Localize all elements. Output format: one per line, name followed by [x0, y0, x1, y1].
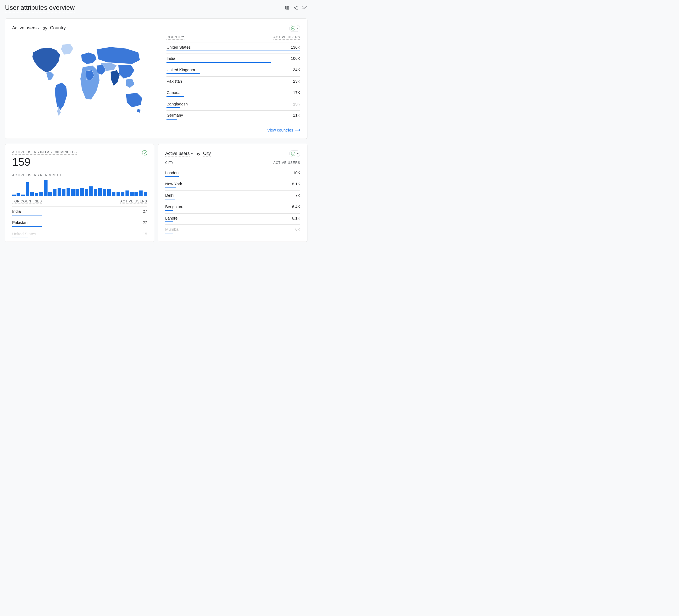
bar: [30, 192, 34, 196]
svg-rect-1: [287, 6, 287, 9]
bar: [144, 192, 147, 196]
table-row[interactable]: United States15: [12, 229, 147, 241]
city-col-header: CITY: [165, 161, 173, 165]
table-row[interactable]: India27: [12, 206, 147, 218]
table-row[interactable]: Delhi7K: [165, 190, 300, 202]
view-countries-link[interactable]: View countries: [12, 128, 300, 132]
table-row[interactable]: Bangladesh13K: [166, 99, 300, 110]
bar: [85, 189, 88, 196]
realtime-col-header: TOP COUNTRIES: [12, 199, 42, 204]
table-row[interactable]: United Kingdom34K: [166, 65, 300, 76]
table-row[interactable]: Pakistan23K: [166, 76, 300, 88]
bar: [53, 189, 57, 196]
bar: [80, 188, 84, 196]
row-value: 7K: [295, 193, 300, 197]
row-value: 136K: [291, 45, 300, 50]
status-pill[interactable]: [289, 25, 300, 32]
chevron-down-icon: [191, 153, 193, 154]
row-name: Bangladesh: [166, 102, 188, 106]
row-name: Bengaluru: [165, 205, 183, 209]
bar: [126, 190, 129, 196]
bar: [139, 190, 142, 196]
row-value: 27: [142, 220, 147, 225]
row-value: 106K: [291, 56, 300, 61]
row-value: 23K: [293, 79, 300, 84]
table-row[interactable]: Pakistan27: [12, 218, 147, 229]
row-name: Pakistan: [12, 220, 27, 225]
row-name: Germany: [166, 113, 183, 117]
row-name: Delhi: [165, 193, 174, 197]
city-metric-header: ACTIVE USERS: [273, 161, 300, 165]
check-circle-icon: [142, 150, 147, 155]
row-name: Canada: [166, 91, 181, 95]
row-value: 27: [142, 209, 147, 214]
check-circle-icon: [291, 26, 295, 30]
compare-icon[interactable]: [284, 5, 289, 11]
bar: [121, 192, 124, 196]
bar: [48, 192, 52, 196]
row-value: 8.1K: [292, 182, 300, 186]
realtime-card: ACTIVE USERS IN LAST 30 MINUTES 159 ACTI…: [5, 144, 154, 242]
row-value: 15: [142, 232, 147, 236]
chevron-down-icon: [297, 28, 298, 29]
table-row[interactable]: United States136K: [166, 42, 300, 54]
table-row[interactable]: Canada17K: [166, 88, 300, 99]
country-col-header: COUNTRY: [166, 35, 184, 40]
bar: [98, 188, 102, 196]
row-name: Mumbai: [165, 227, 179, 232]
svg-line-7: [295, 8, 297, 9]
bar: [130, 192, 134, 196]
country-dimension-label: Country: [50, 25, 66, 30]
row-value: 34K: [293, 68, 300, 72]
table-row[interactable]: Germany11K: [166, 110, 300, 122]
table-row[interactable]: Mumbai6K: [165, 224, 300, 236]
realtime-metric-header: ACTIVE USERS: [120, 199, 147, 204]
row-value: 17K: [293, 91, 300, 95]
table-row[interactable]: Lahore6.1K: [165, 213, 300, 225]
bar: [12, 194, 16, 196]
table-row[interactable]: London10K: [165, 168, 300, 179]
realtime-permin-label: ACTIVE USERS PER MINUTE: [12, 173, 63, 178]
share-icon[interactable]: [293, 5, 298, 11]
view-countries-label: View countries: [267, 128, 293, 132]
bar: [21, 194, 25, 196]
city-dimension-label: City: [203, 151, 211, 156]
row-name: Lahore: [165, 216, 177, 220]
country-card-title[interactable]: Active users by Country: [12, 25, 66, 31]
city-metric-label: Active users: [165, 151, 190, 156]
bar: [17, 193, 20, 196]
svg-line-6: [295, 6, 297, 7]
chevron-down-icon: [297, 153, 298, 154]
city-card: Active users by City CITY ACTIVE USERS L…: [158, 144, 308, 242]
country-table: COUNTRY ACTIVE USERS United States136KIn…: [166, 35, 300, 122]
city-card-title[interactable]: Active users by City: [165, 151, 211, 157]
country-metric-label: Active users: [12, 25, 37, 30]
chevron-down-icon: [37, 28, 40, 29]
insights-icon[interactable]: [302, 5, 307, 11]
bar: [39, 192, 43, 196]
table-row[interactable]: New York8.1K: [165, 179, 300, 190]
bar: [103, 189, 106, 196]
row-name: United States: [12, 232, 36, 236]
bar: [94, 189, 97, 196]
status-pill[interactable]: [289, 150, 300, 157]
table-row[interactable]: India106K: [166, 54, 300, 65]
row-name: United States: [166, 45, 190, 50]
country-card: Active users by Country: [5, 19, 307, 139]
row-name: London: [165, 171, 179, 175]
bar: [112, 192, 116, 196]
row-value: 6K: [295, 227, 300, 232]
bar: [134, 192, 138, 196]
table-row[interactable]: Bengaluru6.4K: [165, 202, 300, 213]
realtime-30min-value: 159: [12, 156, 77, 168]
row-value: 13K: [293, 102, 300, 106]
row-value: 6.4K: [292, 205, 300, 209]
row-name: New York: [165, 182, 182, 186]
page-title: User attributes overview: [5, 4, 74, 12]
bar: [71, 189, 75, 196]
world-map[interactable]: [12, 35, 159, 122]
check-circle-icon: [291, 152, 295, 156]
bar: [75, 189, 79, 196]
svg-rect-2: [287, 6, 289, 9]
bar: [35, 193, 38, 196]
